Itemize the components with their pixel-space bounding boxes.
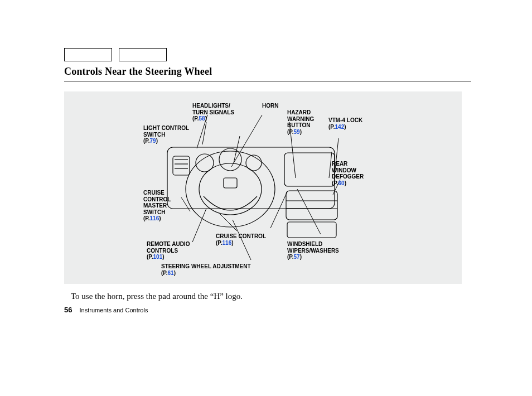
label-steering-adjust: STEERING WHEEL ADJUSTMENT (P.61) [161, 263, 251, 276]
page-title: Controls Near the Steering Wheel [64, 66, 471, 81]
label-cruise-master: CRUISECONTROLMASTERSWITCH (P.116) [143, 190, 171, 222]
label-horn-text: HORN [262, 103, 278, 109]
svg-point-20 [199, 163, 262, 215]
svg-rect-26 [173, 156, 190, 175]
label-remote-audio: REMOTE AUDIOCONTROLS (P.101) [147, 241, 190, 260]
svg-line-7 [220, 214, 237, 231]
page-footer: 56 Instruments and Controls [64, 306, 471, 314]
label-steering-adjust-text: STEERING WHEEL ADJUSTMENT [161, 263, 251, 269]
section-name: Instruments and Controls [80, 307, 148, 313]
label-horn: HORN [262, 103, 278, 109]
label-cruise-master-text: CRUISECONTROLMASTERSWITCH [143, 190, 171, 215]
svg-point-18 [246, 155, 262, 171]
label-light-control-page[interactable]: 79 [150, 138, 156, 144]
tab-placeholder-1 [64, 48, 112, 61]
svg-line-3 [234, 136, 240, 163]
tab-row [64, 48, 471, 61]
label-headlights-page[interactable]: 58 [199, 115, 205, 122]
label-cruise-text: CRUISE CONTROL [216, 233, 266, 239]
diagram: HEADLIGHTS/TURN SIGNALS (P.58) HORN HAZA… [64, 91, 462, 284]
label-headlights-text: HEADLIGHTS/TURN SIGNALS [192, 103, 234, 115]
label-rear-defogger: REARWINDOWDEFOGGER (P.60) [332, 161, 364, 186]
label-vtm4-text: VTM-4 LOCK [328, 117, 362, 123]
svg-rect-14 [167, 147, 335, 209]
svg-line-8 [181, 197, 190, 211]
svg-line-1 [202, 122, 206, 144]
label-vtm4-page[interactable]: 142 [335, 124, 345, 130]
label-cruise: CRUISE CONTROL (P.116) [216, 233, 266, 246]
label-rear-defogger-page[interactable]: 60 [338, 180, 345, 186]
label-cruise-master-page[interactable]: 116 [150, 215, 159, 221]
label-windshield-text: WINDSHIELDWIPERS/WASHERS [287, 241, 339, 254]
svg-rect-15 [284, 153, 335, 186]
label-steering-adjust-page[interactable]: 61 [168, 270, 174, 276]
label-remote-audio-page[interactable]: 101 [153, 254, 163, 260]
page-number: 56 [64, 306, 72, 314]
label-vtm4: VTM-4 LOCK (P.142) [328, 117, 362, 130]
label-headlights: HEADLIGHTS/TURN SIGNALS (P.58) [192, 103, 234, 122]
tab-placeholder-2 [119, 48, 167, 61]
svg-line-9 [192, 209, 206, 242]
horn-caption: To use the horn, press the pad around th… [71, 292, 471, 301]
label-remote-audio-text: REMOTE AUDIOCONTROLS [147, 241, 190, 254]
label-cruise-page[interactable]: 116 [223, 240, 232, 246]
label-rear-defogger-text: REARWINDOWDEFOGGER [332, 161, 364, 180]
svg-line-5 [297, 189, 321, 234]
svg-rect-22 [286, 191, 337, 220]
label-windshield-page[interactable]: 57 [294, 254, 300, 260]
svg-point-19 [186, 151, 275, 227]
label-hazard-text: HAZARDWARNINGBUTTON [287, 109, 314, 128]
label-light-control: LIGHT CONTROLSWITCH (P.79) [143, 125, 189, 144]
svg-line-6 [270, 192, 287, 228]
label-windshield: WINDSHIELDWIPERS/WASHERS (P.57) [287, 241, 339, 260]
svg-point-16 [196, 154, 214, 172]
svg-rect-21 [224, 178, 237, 188]
svg-point-17 [219, 148, 241, 171]
svg-rect-25 [287, 222, 336, 238]
svg-line-2 [231, 115, 262, 167]
label-hazard: HAZARDWARNINGBUTTON (P.59) [287, 109, 314, 135]
label-hazard-page[interactable]: 59 [294, 129, 300, 135]
label-light-control-text: LIGHT CONTROLSWITCH [143, 125, 189, 138]
